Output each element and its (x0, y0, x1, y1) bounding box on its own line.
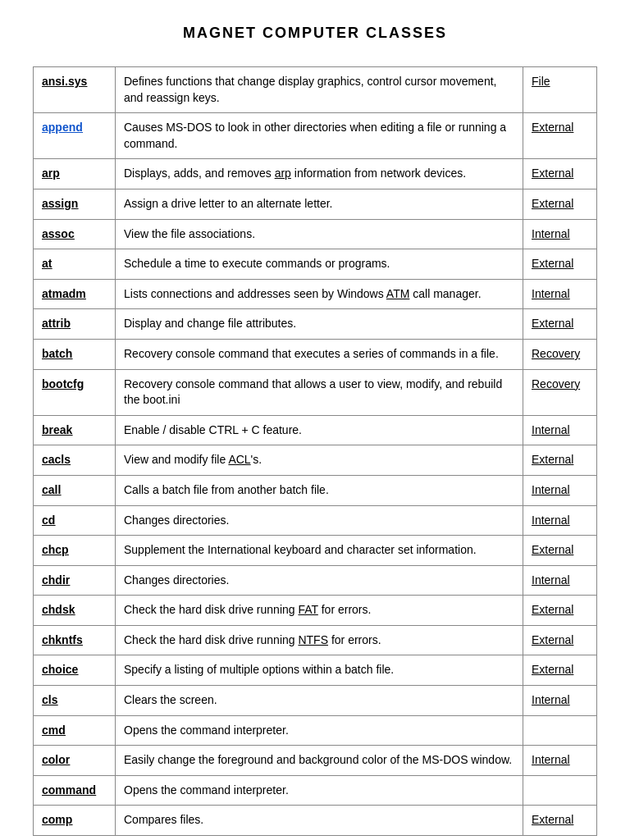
type-cell: Recovery (523, 369, 597, 415)
command-text: color (42, 753, 70, 766)
description-cell: View the file associations. (116, 219, 523, 249)
command-text: cls (42, 693, 57, 706)
command-cell: chdir (34, 565, 116, 596)
table-row: atSchedule a time to execute commands or… (34, 249, 597, 280)
command-cell: atmadm (34, 279, 116, 309)
description-cell: Defines functions that change display gr… (116, 67, 523, 113)
type-cell: External (523, 596, 597, 626)
description-cell: Supplement the International keyboard an… (116, 536, 523, 566)
description-cell: Specify a listing of multiple options wi… (116, 655, 523, 686)
type-cell: External (523, 655, 597, 686)
description-cell: Assign a drive letter to an alternate le… (116, 189, 523, 219)
command-cell: ansi.sys (34, 67, 116, 113)
command-text: break (42, 423, 72, 436)
command-text: chdsk (42, 603, 75, 616)
command-text: at (42, 257, 52, 270)
command-text: assign (42, 197, 78, 210)
description-cell: Compares files. (116, 806, 523, 836)
description-cell: Recovery console command that executes a… (116, 339, 523, 369)
command-cell: assoc (34, 219, 116, 249)
command-cell: break (34, 415, 116, 445)
table-row: cdChanges directories.Internal (34, 505, 597, 536)
description-cell: View and modify file ACL's. (116, 445, 523, 476)
table-row: appendCauses MS-DOS to look in other dir… (34, 113, 597, 159)
command-text: bootcfg (42, 377, 84, 390)
table-row: chdskCheck the hard disk drive running F… (34, 596, 597, 626)
command-cell: choice (34, 655, 116, 686)
command-cell: bootcfg (34, 369, 116, 415)
table-row: bootcfgRecovery console command that all… (34, 369, 597, 415)
command-cell: call (34, 475, 116, 505)
command-text: call (42, 483, 61, 496)
command-text: assoc (42, 227, 75, 240)
description-cell: Causes MS-DOS to look in other directori… (116, 113, 523, 159)
type-cell: Internal (523, 219, 597, 249)
type-cell: Internal (523, 565, 597, 596)
description-cell: Opens the command interpreter. (116, 715, 523, 746)
description-cell: Recovery console command that allows a u… (116, 369, 523, 415)
command-text: ansi.sys (42, 75, 87, 88)
type-cell: Internal (523, 686, 597, 716)
description-cell: Check the hard disk drive running NTFS f… (116, 625, 523, 655)
command-cell: at (34, 249, 116, 280)
description-cell: Clears the screen. (116, 686, 523, 716)
type-cell: External (523, 536, 597, 566)
table-row: choiceSpecify a listing of multiple opti… (34, 655, 597, 686)
description-cell: Displays, adds, and removes arp informat… (116, 159, 523, 189)
command-cell: color (34, 746, 116, 776)
command-text: attrib (42, 317, 71, 330)
command-text: cmd (42, 724, 66, 737)
command-link[interactable]: append (42, 121, 83, 134)
table-row: commandOpens the command interpreter. (34, 775, 597, 806)
table-row: compCompares files.External (34, 806, 597, 836)
command-text: cd (42, 514, 55, 527)
description-cell: Enable / disable CTRL + C feature. (116, 415, 523, 445)
type-cell: External (523, 189, 597, 219)
table-row: atmadmLists connections and addresses se… (34, 279, 597, 309)
command-text: chkntfs (42, 633, 83, 646)
table-row: callCalls a batch file from another batc… (34, 475, 597, 505)
table-row: cmdOpens the command interpreter. (34, 715, 597, 746)
description-cell: Lists connections and addresses seen by … (116, 279, 523, 309)
type-cell: Internal (523, 475, 597, 505)
command-cell: command (34, 775, 116, 806)
type-cell (523, 715, 597, 746)
description-cell: Display and change file attributes. (116, 309, 523, 340)
description-cell: Schedule a time to execute commands or p… (116, 249, 523, 280)
description-cell: Easily change the foreground and backgro… (116, 746, 523, 776)
type-cell (523, 775, 597, 806)
table-row: chkntfsCheck the hard disk drive running… (34, 625, 597, 655)
type-cell: Internal (523, 279, 597, 309)
command-text: chcp (42, 543, 69, 556)
table-row: chcpSupplement the International keyboar… (34, 536, 597, 566)
type-cell: File (523, 67, 597, 113)
command-cell: chcp (34, 536, 116, 566)
table-row: caclsView and modify file ACL's.External (34, 445, 597, 476)
command-text: command (42, 783, 96, 797)
command-cell: assign (34, 189, 116, 219)
table-row: attribDisplay and change file attributes… (34, 309, 597, 340)
page-container: MAGNET COMPUTER CLASSES ansi.sysDefines … (0, 0, 630, 840)
type-cell: External (523, 249, 597, 280)
table-row: ansi.sysDefines functions that change di… (34, 67, 597, 113)
command-cell: cacls (34, 445, 116, 476)
command-cell: attrib (34, 309, 116, 340)
command-text: batch (42, 347, 72, 360)
command-cell: cmd (34, 715, 116, 746)
command-cell: arp (34, 159, 116, 189)
page-title: MAGNET COMPUTER CLASSES (33, 25, 597, 42)
table-row: assignAssign a drive letter to an altern… (34, 189, 597, 219)
type-cell: External (523, 113, 597, 159)
type-cell: External (523, 159, 597, 189)
type-cell: Recovery (523, 339, 597, 369)
table-row: breakEnable / disable CTRL + C feature.I… (34, 415, 597, 445)
description-cell: Changes directories. (116, 505, 523, 536)
command-cell: chkntfs (34, 625, 116, 655)
table-row: clsClears the screen.Internal (34, 686, 597, 716)
command-cell: comp (34, 806, 116, 836)
table-row: chdirChanges directories.Internal (34, 565, 597, 596)
command-cell: chdsk (34, 596, 116, 626)
command-text: chdir (42, 573, 70, 587)
command-cell: batch (34, 339, 116, 369)
command-text: comp (42, 813, 72, 826)
